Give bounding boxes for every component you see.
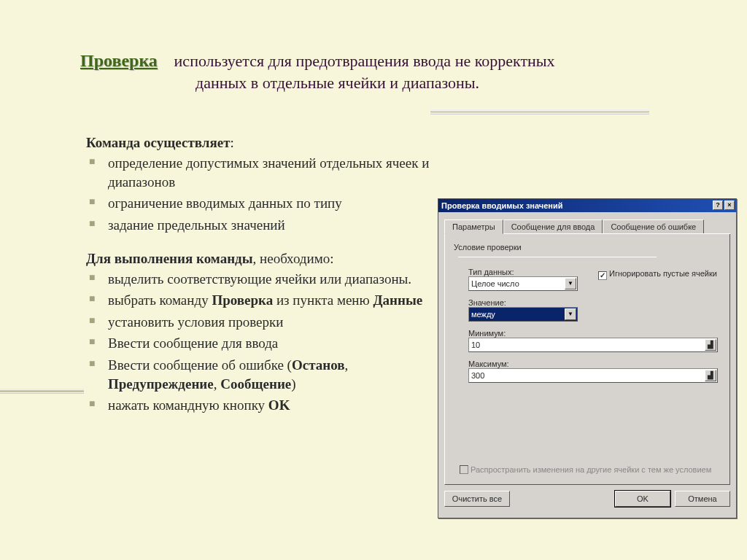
- list-item: задание предельных значений: [89, 216, 451, 235]
- dialog-titlebar[interactable]: Проверка вводимых значений ? ×: [438, 199, 736, 212]
- checkbox-icon[interactable]: ✓: [598, 271, 607, 280]
- list-item: установить условия проверки: [89, 313, 451, 332]
- list-item: выбрать команду Проверка из пункта меню …: [89, 291, 451, 310]
- exec-list: выделить соответствующие ячейки или диап…: [86, 270, 451, 415]
- range-ref-icon[interactable]: ▟: [705, 339, 716, 351]
- list-item: Ввести сообщение для ввода: [89, 334, 451, 353]
- chevron-down-icon[interactable]: ▼: [565, 308, 576, 320]
- close-button[interactable]: ×: [724, 201, 735, 210]
- group-header: Условие проверки: [454, 243, 722, 260]
- min-label: Минимум:: [468, 329, 722, 338]
- max-label: Максимум:: [468, 359, 722, 368]
- decorative-divider: [430, 109, 649, 114]
- cmd-heading: Команда осуществляет: [86, 135, 230, 150]
- exec-heading-suffix: , необходимо:: [253, 251, 334, 266]
- list-item: Ввести сообщение об ошибке (Останов, Пре…: [89, 356, 451, 393]
- propagate-label: Распространить изменения на другие ячейк…: [471, 465, 711, 474]
- validation-dialog: Проверка вводимых значений ? × Параметры…: [438, 198, 737, 518]
- dialog-title: Проверка вводимых значений: [441, 201, 563, 210]
- max-input[interactable]: 300 ▟: [468, 368, 718, 383]
- checkbox-icon: [460, 465, 468, 474]
- range-ref-icon[interactable]: ▟: [705, 370, 716, 381]
- help-button[interactable]: ?: [713, 201, 723, 210]
- list-item: ограничение вводимых данных по типу: [89, 194, 451, 213]
- tab-panel-parameters: Условие проверки Тип данных: Целое число…: [444, 234, 730, 485]
- propagate-checkbox-disabled: Распространить изменения на другие ячейк…: [460, 465, 711, 474]
- list-item: нажать командную кнопку OK: [89, 396, 451, 415]
- page-title: Проверка: [80, 51, 158, 70]
- tab-parameters[interactable]: Параметры: [444, 219, 503, 234]
- decorative-divider: [0, 389, 84, 394]
- page-desc-1: используется для предотвращения ввода не…: [174, 52, 555, 70]
- chevron-down-icon[interactable]: ▼: [565, 278, 576, 289]
- type-value: Целое число: [471, 279, 519, 288]
- type-dropdown[interactable]: Целое число ▼: [468, 276, 578, 291]
- value-value: между: [471, 310, 495, 319]
- list-item: выделить соответствующие ячейки или диап…: [89, 270, 451, 289]
- clear-all-button[interactable]: Очистить все: [444, 491, 510, 507]
- ignore-empty-checkbox[interactable]: ✓Игнорировать пустые ячейки: [598, 269, 717, 280]
- cmd-list: определение допустимых значений отдельны…: [86, 154, 451, 235]
- tab-error-message[interactable]: Сообщение об ошибке: [603, 219, 704, 233]
- content-text: Команда осуществляет: определение допуст…: [86, 135, 451, 431]
- tab-input-message[interactable]: Сообщение для ввода: [503, 219, 603, 233]
- list-item: определение допустимых значений отдельны…: [89, 154, 451, 191]
- cancel-button[interactable]: Отмена: [675, 491, 730, 507]
- exec-heading: Для выполнения команды: [86, 251, 253, 266]
- min-input[interactable]: 10 ▟: [468, 338, 718, 352]
- ok-button[interactable]: OK: [615, 491, 670, 507]
- page-desc-2: данных в отдельные ячейки и диапазоны.: [196, 74, 659, 93]
- tab-row: Параметры Сообщение для ввода Сообщение …: [444, 219, 730, 234]
- value-label: Значение:: [468, 298, 722, 307]
- value-dropdown[interactable]: между ▼: [468, 307, 578, 322]
- ignore-empty-label: Игнорировать пустые ячейки: [609, 269, 717, 278]
